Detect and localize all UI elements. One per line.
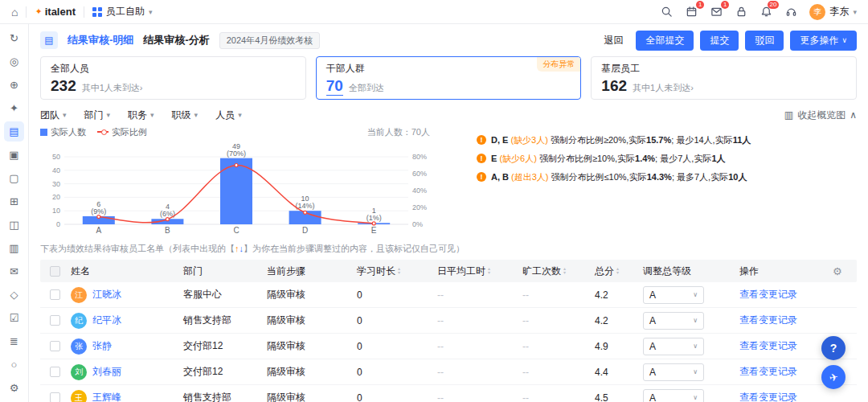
filter-dropdown[interactable]: 人员▾ <box>215 109 242 122</box>
view-change-log-link[interactable]: 查看变更记录 <box>739 314 797 327</box>
filter-dropdown[interactable]: 职级▾ <box>172 109 199 122</box>
view-change-log-link[interactable]: 查看变更记录 <box>739 288 797 302</box>
sync-icon[interactable]: ↻ <box>4 28 24 48</box>
settings-icon[interactable]: ⚙ <box>4 378 24 398</box>
column-settings-icon[interactable]: ⚙ <box>833 265 842 277</box>
filter-dropdown[interactable]: 部门▾ <box>84 109 111 122</box>
overview-section: 实际人数 实际比例 当前人数：70人 010203040500%20%40%60… <box>40 125 857 240</box>
mail-icon[interactable]: ✉ <box>4 261 24 281</box>
tab-result-review-analysis[interactable]: 结果审核-分析 <box>143 33 209 47</box>
avg-hours-cell: -- <box>434 341 519 352</box>
employee-name-link[interactable]: 纪平冰 <box>92 314 121 327</box>
card-value: 162 <box>601 77 627 95</box>
submit-all-button[interactable]: 全部提交 <box>636 31 694 51</box>
chevron-down-icon: ∨ <box>693 343 698 350</box>
row-checkbox[interactable] <box>50 392 60 402</box>
tasks-icon[interactable]: ☑ <box>4 308 24 328</box>
globe-icon[interactable]: ⊕ <box>4 75 24 95</box>
card-all-staff[interactable]: 全部人员 232 其中1人未到达› <box>40 56 306 100</box>
lock-icon[interactable] <box>735 6 747 18</box>
list-icon[interactable]: ≣ <box>4 331 24 351</box>
column-header[interactable]: 学习时长▴▾ <box>354 265 434 278</box>
analytics-icon[interactable]: ▤ <box>4 121 24 142</box>
grade-select[interactable]: A∨ <box>643 389 704 402</box>
workspace-switcher[interactable]: 员工自助 ▾ <box>92 5 153 18</box>
columns-icon[interactable]: ◫ <box>4 215 24 235</box>
tab-result-review-detail[interactable]: 结果审核-明细 <box>68 33 133 47</box>
user-menu[interactable]: 李 李东 ▾ <box>809 4 857 20</box>
document-icon[interactable]: ▣ <box>4 145 24 165</box>
absence-count-cell: -- <box>519 341 592 352</box>
more-actions-button[interactable]: 更多操作 ∨ <box>790 31 857 51</box>
column-header[interactable]: 总分▴▾ <box>592 265 640 278</box>
brand-logo[interactable]: ✦ italent <box>35 6 76 18</box>
submit-button[interactable]: 提交 <box>700 31 739 51</box>
employee-avatar: 刘 <box>71 364 87 380</box>
return-button[interactable]: 退回 <box>597 34 629 47</box>
chevron-down-icon: ▾ <box>149 8 153 16</box>
card-cadre-group[interactable]: 干部人群 分布异常 70 全部到达 <box>316 56 582 100</box>
sort-icon[interactable]: ▴▾ <box>563 267 566 275</box>
table-row[interactable]: 张张静交付部12隔级审核0----4.9A∨查看变更记录 <box>40 334 857 359</box>
view-change-log-link[interactable]: 查看变更记录 <box>739 391 797 402</box>
view-change-log-link[interactable]: 查看变更记录 <box>739 339 797 353</box>
bell-badge: 20 <box>768 1 780 9</box>
sort-icon[interactable]: ▴▾ <box>398 267 400 275</box>
table-row[interactable]: 纪纪平冰销售支持部隔级审核0----4.2A∨查看变更记录 <box>40 308 857 334</box>
bell-icon[interactable]: 20 <box>760 6 772 18</box>
sort-icon[interactable]: ▴▾ <box>616 267 619 275</box>
row-checkbox[interactable] <box>50 367 60 377</box>
compass-icon[interactable]: ◎ <box>4 51 24 72</box>
headset-icon[interactable] <box>784 6 797 18</box>
view-change-log-link[interactable]: 查看变更记录 <box>739 365 797 379</box>
grade-select[interactable]: A∨ <box>643 338 704 355</box>
absence-count-cell: -- <box>519 392 592 402</box>
employee-name-link[interactable]: 江晓冰 <box>92 288 121 302</box>
user-icon[interactable]: ○ <box>4 355 24 375</box>
brand-name: italent <box>45 6 76 18</box>
employee-name-link[interactable]: 张静 <box>92 339 112 353</box>
current-step-cell: 隔级审核 <box>264 391 354 402</box>
help-fab-button[interactable]: ? <box>821 336 845 360</box>
diamond-icon[interactable]: ◇ <box>4 285 24 305</box>
collapse-overview-button[interactable]: ▥ 收起概览图 ∧ <box>784 109 857 122</box>
calendar-icon[interactable]: 1 <box>685 6 698 18</box>
grade-select[interactable]: A∨ <box>643 312 704 330</box>
image-icon[interactable]: ▢ <box>4 168 24 188</box>
employee-name-link[interactable]: 刘春丽 <box>92 365 121 379</box>
avg-hours-cell: -- <box>434 315 519 326</box>
row-checkbox[interactable] <box>50 341 60 351</box>
table-row[interactable]: 王王辉峰销售支持部隔级审核0----4.5A∨查看变更记录 <box>40 385 857 402</box>
grade-select[interactable]: A∨ <box>643 286 704 304</box>
column-header[interactable]: 旷工次数▴▾ <box>519 265 592 278</box>
spark-icon[interactable]: ✦ <box>4 98 24 118</box>
card-note[interactable]: 其中1人未到达› <box>82 82 143 94</box>
svg-text:B: B <box>165 226 170 235</box>
search-icon[interactable] <box>660 6 673 18</box>
apps-grid-icon <box>92 7 102 17</box>
reject-button[interactable]: 驳回 <box>745 31 784 51</box>
row-checkbox[interactable] <box>50 289 60 300</box>
employee-name-link[interactable]: 王辉峰 <box>92 391 121 402</box>
toolbar: ▤ 结果审核-明细 结果审核-分析 2024年4月份绩效考核 退回 全部提交 提… <box>40 29 857 51</box>
department-cell: 销售支持部 <box>180 314 264 327</box>
card-base-staff[interactable]: 基层员工 162 其中1人未到达› <box>591 56 857 100</box>
row-checkbox[interactable] <box>50 315 60 326</box>
select-all-checkbox[interactable] <box>50 266 60 277</box>
feedback-fab-button[interactable]: ✈ <box>821 365 845 389</box>
card-note[interactable]: 其中1人未到达› <box>633 82 694 94</box>
grade-select[interactable]: A∨ <box>643 363 704 381</box>
column-header[interactable]: 日平均工时▴▾ <box>434 265 519 278</box>
filter-dropdown[interactable]: 职务▾ <box>128 109 154 122</box>
legend-line-swatch <box>97 131 108 133</box>
monitor-icon[interactable]: ▥ <box>4 238 24 258</box>
table-row[interactable]: 江江晓冰客服中心隔级审核0----4.2A∨查看变更记录 <box>40 282 857 308</box>
sort-icon[interactable]: ▴▾ <box>488 267 490 275</box>
mail-icon[interactable]: 1 <box>710 6 723 18</box>
svg-text:(9%): (9%) <box>91 207 106 215</box>
assessment-period-tag: 2024年4月份绩效考核 <box>219 32 321 49</box>
apps-icon[interactable]: ⊞ <box>4 191 24 211</box>
home-icon[interactable]: ⌂ <box>11 6 18 18</box>
table-row[interactable]: 刘刘春丽交付部12隔级审核0----4.4A∨查看变更记录 <box>40 359 857 385</box>
filter-dropdown[interactable]: 团队▾ <box>40 109 67 122</box>
